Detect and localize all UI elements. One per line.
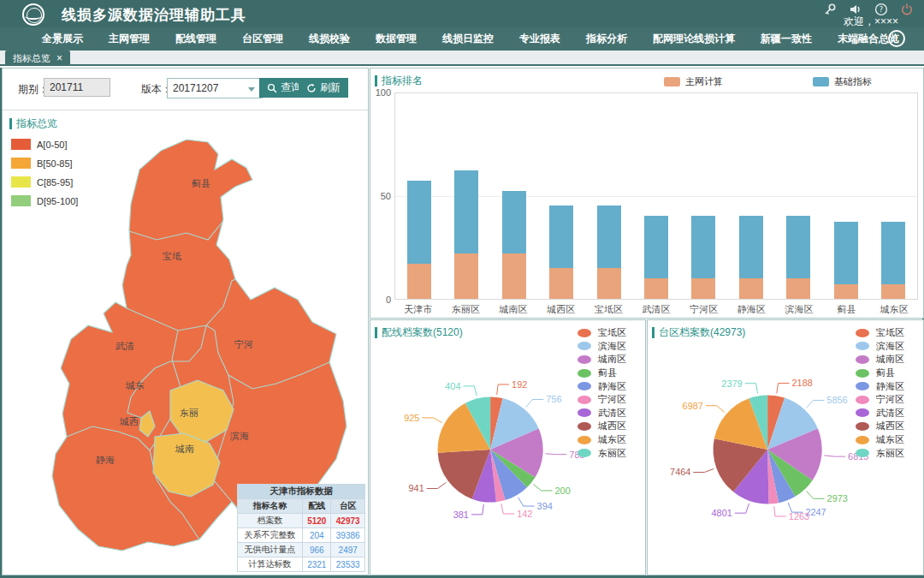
pie-legend-item-城东区[interactable]: 城东区 [578, 433, 626, 447]
metric-table-row: 计算达标数232123533 [238, 557, 365, 572]
pie-leader-line [693, 468, 714, 472]
legend-swatch [11, 176, 31, 188]
pie-legend-item-滨海区[interactable]: 滨海区 [856, 340, 904, 354]
district-label-6: 城西 [119, 416, 139, 426]
bar-chart-x-axis: 天津市东丽区城南区城西区宝坻区武清区宁河区静海区滨海区蓟县城东区 [394, 303, 918, 316]
district-label-9: 静海 [96, 455, 115, 465]
tab-close-icon[interactable]: × [56, 52, 62, 64]
pie-legend-item-宝坻区[interactable]: 宝坻区 [856, 326, 904, 340]
pie-legend-item-武清区[interactable]: 武清区 [856, 407, 904, 420]
nav-item-10[interactable]: 新疆一致性 [748, 27, 825, 51]
y-tick-100: 100 [372, 87, 391, 98]
pie-leader-line [546, 454, 567, 455]
legend-label: 宁河区 [876, 393, 904, 406]
nav-item-1[interactable]: 主网管理 [96, 27, 163, 51]
pie-legend-item-城南区[interactable]: 城南区 [578, 353, 626, 366]
pie-legend-item-静海区[interactable]: 静海区 [856, 379, 904, 393]
nav-item-7[interactable]: 专业报表 [506, 27, 573, 51]
power-icon[interactable] [900, 3, 914, 16]
version-value: 20171207 [173, 82, 218, 94]
pie-value-label-蓟县: 200 [555, 486, 571, 496]
pie-leader-line [777, 384, 790, 394]
pie-legend-item-东丽区[interactable]: 东丽区 [578, 446, 626, 460]
back-to-top-button[interactable]: ↑ [888, 30, 905, 47]
pie-legend-item-宁河区[interactable]: 宁河区 [578, 393, 626, 407]
title-accent-bar [652, 327, 654, 338]
nav-item-4[interactable]: 线损校验 [296, 27, 363, 51]
pie-leader-line [807, 492, 825, 499]
pie-legend-item-东丽区[interactable]: 东丽区 [856, 446, 904, 460]
legend-marker [578, 355, 591, 364]
bar-legend-item-1[interactable]: 基础指标 [813, 75, 872, 88]
pie-legend-item-武清区[interactable]: 武清区 [578, 407, 626, 420]
pie-legend-item-滨海区[interactable]: 滨海区 [578, 340, 626, 354]
bar-legend-item-0[interactable]: 主网计算 [664, 75, 723, 88]
pie-legend-item-宝坻区[interactable]: 宝坻区 [578, 326, 626, 340]
pie-legend-item-宁河区[interactable]: 宁河区 [856, 393, 904, 407]
pie-value-label-滨海区: 5856 [826, 395, 847, 405]
pie-legend-item-蓟县[interactable]: 蓟县 [578, 366, 626, 380]
bar-3[interactable] [537, 93, 584, 299]
legend-label: 城西区 [598, 420, 626, 432]
pie-value-label-城西区: 7464 [670, 467, 690, 477]
pie-value-label-宝坻区: 2188 [792, 378, 813, 388]
nav-item-5[interactable]: 数据管理 [363, 27, 429, 51]
app-logo-icon [22, 3, 44, 26]
bar-6[interactable] [680, 93, 727, 299]
bar-2[interactable] [490, 93, 537, 299]
x-label-5: 武清区 [632, 303, 680, 316]
pie-legend-item-静海区[interactable]: 静海区 [578, 379, 626, 393]
bar-10[interactable] [870, 93, 917, 299]
bar-5[interactable] [632, 93, 679, 299]
pie-legend-item-城东区[interactable]: 城东区 [856, 433, 904, 447]
bar-0[interactable] [395, 93, 442, 299]
tab-label: 指标总览 [13, 52, 50, 65]
x-label-8: 滨海区 [775, 303, 823, 316]
bar-segment-主网计算 [407, 264, 431, 299]
legend-label: 静海区 [876, 380, 904, 393]
tab-indicator-overview[interactable]: 指标总览 × [5, 51, 70, 66]
pie-leader-line [706, 406, 725, 413]
district-label-7: 城南 [175, 444, 194, 454]
metric-table-col: 台区 [331, 499, 365, 514]
refresh-button[interactable]: 刷新 [299, 78, 348, 98]
nav-item-12[interactable]: 末端管理指标 [912, 27, 924, 51]
pie-value-label-城东区: 6987 [683, 401, 703, 411]
pie-value-label-城西区: 941 [409, 483, 424, 493]
bar-segment-主网计算 [881, 284, 905, 299]
bar-chart-title: 指标排名 [375, 74, 423, 88]
bar-series [395, 93, 917, 299]
pie-value-label-城东区: 925 [404, 413, 419, 423]
version-select[interactable]: 20171207 [167, 78, 263, 98]
key-icon[interactable] [823, 3, 837, 16]
legend-marker [856, 342, 869, 350]
pie-chart-panel-station: 台区档案数(42973) 218858566815297322471263480… [647, 319, 924, 575]
bar-segment-主网计算 [454, 253, 478, 299]
nav-item-0[interactable]: 全景展示 [29, 27, 96, 51]
bar-4[interactable] [585, 93, 632, 299]
legend-marker [856, 422, 869, 431]
nav-item-8[interactable]: 指标分析 [573, 27, 640, 51]
legend-label: 蓟县 [876, 366, 895, 379]
pie-value-label-武清区: 4801 [712, 508, 732, 518]
bar-segment-基础指标 [881, 222, 905, 284]
nav-item-9[interactable]: 配网理论线损计算 [640, 27, 748, 51]
legend-label: 基础指标 [834, 75, 872, 88]
pie-legend-item-城西区[interactable]: 城西区 [578, 420, 626, 433]
nav-item-3[interactable]: 台区管理 [229, 27, 296, 51]
bar-7[interactable] [727, 93, 774, 299]
legend-label: A[0-50] [37, 140, 67, 150]
nav-item-2[interactable]: 配线管理 [163, 27, 229, 51]
pie2-title: 台区档案数(42973) [652, 325, 745, 340]
bar-9[interactable] [822, 93, 869, 299]
legend-marker [578, 369, 591, 378]
pie-legend-item-蓟县[interactable]: 蓟县 [856, 366, 904, 380]
pie-legend-item-城南区[interactable]: 城南区 [856, 353, 904, 366]
nav-item-6[interactable]: 线损日监控 [429, 27, 506, 51]
pie-legend-item-城西区[interactable]: 城西区 [856, 420, 904, 433]
period-input[interactable] [44, 78, 110, 97]
bar-1[interactable] [442, 93, 489, 299]
legend-label: 宝坻区 [598, 326, 626, 339]
bar-8[interactable] [775, 93, 822, 299]
legend-label: 东丽区 [876, 447, 904, 460]
